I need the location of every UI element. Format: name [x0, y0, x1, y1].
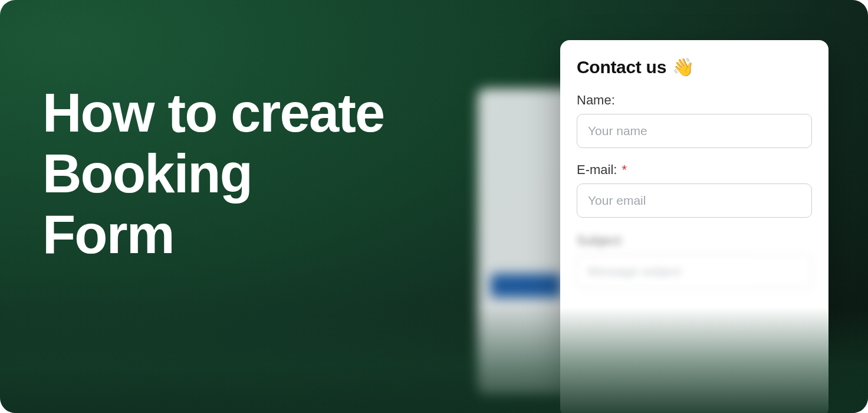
field-email: E-mail: * [577, 162, 812, 218]
email-label: E-mail: * [577, 162, 812, 178]
card-title: Contact us 👋 [577, 57, 812, 77]
field-name: Name: [577, 93, 812, 148]
subject-label: Subject: [577, 233, 812, 248]
email-input[interactable] [577, 183, 812, 218]
name-input[interactable] [577, 114, 812, 148]
card-title-text: Contact us [577, 57, 666, 77]
name-label: Name: [577, 93, 812, 108]
subject-input [577, 254, 812, 289]
wave-icon: 👋 [672, 57, 694, 77]
headline-line-2: Booking [42, 143, 252, 204]
contact-card: Contact us 👋 Name: E-mail: * Subject: [560, 40, 828, 413]
email-label-text: E-mail: [577, 162, 617, 177]
background-primary-button [491, 274, 561, 297]
headline-line-3: Form [42, 204, 174, 264]
required-mark: * [622, 162, 627, 177]
headline: How to create Booking Form [42, 83, 384, 265]
headline-line-1: How to create [42, 83, 384, 143]
hero-banner: How to create Booking Form Contact us 👋 … [0, 0, 868, 413]
field-subject: Subject: [577, 233, 812, 289]
